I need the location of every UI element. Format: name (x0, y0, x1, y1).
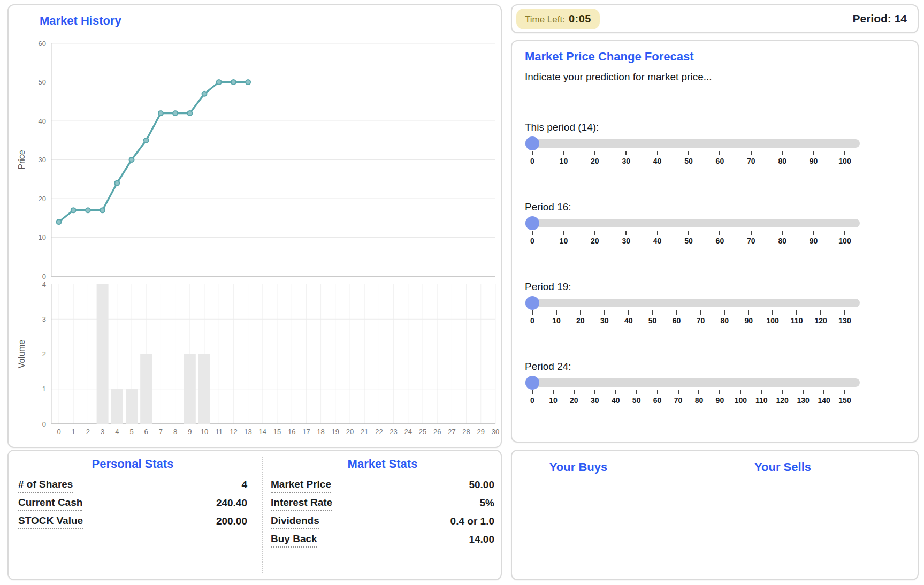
trading-experiment-screen: { "colors": { "accent_blue": "#2d5af4", … (0, 0, 924, 585)
stats-panel: Personal Stats # of Shares4Current Cash2… (7, 450, 502, 580)
personal-stats-rows: # of Shares4Current Cash240.40STOCK Valu… (18, 478, 247, 529)
slider-tick-mark (772, 310, 773, 315)
price-point (202, 92, 207, 96)
period-xtick-label: 22 (375, 428, 383, 436)
forecast-slider[interactable]: 0102030405060708090100110120130 (525, 299, 860, 325)
slider-tick-label: 0 (520, 237, 545, 245)
slider-tick-label: 120 (808, 316, 834, 325)
slider-tick-mark (657, 231, 658, 235)
price-ytick-label: 30 (39, 156, 46, 164)
forecast-sliders: This period (14):0102030405060708090100P… (525, 121, 905, 405)
slider-tick-label: 50 (640, 316, 666, 325)
slider-tick-label: 70 (738, 157, 764, 165)
slider-tick-mark (719, 390, 720, 394)
slider-tick-label: 20 (582, 157, 608, 165)
slider-tick-mark (532, 151, 533, 155)
period-xtick-label: 20 (346, 428, 354, 436)
stat-value: 50.00 (469, 478, 494, 491)
period-xtick-label: 16 (288, 428, 295, 436)
forecast-slider-track[interactable] (525, 299, 860, 307)
slider-tick-mark (844, 390, 845, 394)
slider-tick-mark (553, 390, 554, 394)
slider-tick-label: 80 (712, 316, 737, 325)
volume-bar (111, 389, 123, 424)
period-xtick-label: 30 (492, 428, 499, 436)
slider-tick-mark (782, 231, 783, 235)
stat-label: Market Price (271, 478, 331, 493)
volume-bar (198, 354, 210, 424)
forecast-slider-label: Period 19: (525, 281, 905, 293)
period-xtick-label: 24 (404, 428, 412, 436)
slider-tick-label: 90 (801, 157, 827, 165)
slider-tick-mark (751, 151, 752, 155)
price-point (231, 80, 236, 85)
price-ytick-label: 10 (39, 233, 46, 241)
top-bar-panel: Time Left: 0:05 Period: 14 (511, 4, 919, 33)
stat-value: 5% (480, 497, 494, 509)
slider-tick-mark (615, 390, 616, 394)
stat-value: 14.00 (469, 533, 494, 545)
slider-tick-label: 110 (784, 316, 810, 325)
slider-tick-mark (594, 231, 595, 235)
slider-tick-mark (782, 151, 783, 155)
forecast-slider-track[interactable] (525, 139, 860, 148)
market-stats-title: Market Stats (271, 457, 494, 471)
slider-tick-mark (761, 390, 762, 394)
forecast-slider-group: Period 24:010203040506070809010011012013… (525, 361, 905, 405)
period-xtick-label: 2 (86, 428, 90, 436)
slider-tick-mark (532, 390, 533, 394)
stat-row: Market Price50.00 (271, 478, 494, 493)
forecast-slider-thumb[interactable] (525, 216, 539, 230)
forecast-slider[interactable]: 0102030405060708090100 (525, 219, 860, 246)
forecast-slider-thumb[interactable] (525, 296, 539, 310)
slider-tick-label: 10 (544, 316, 569, 325)
forecast-slider-track[interactable] (525, 219, 860, 227)
slider-tick-mark (628, 310, 629, 315)
slider-tick-mark (751, 231, 752, 235)
stat-value: 240.40 (216, 497, 247, 509)
time-left-value: 0:05 (569, 13, 591, 25)
volume-bar (140, 354, 152, 424)
stat-value: 4 (241, 478, 247, 491)
forecast-slider[interactable]: 0102030405060708090100110120130140150 (525, 378, 860, 405)
forecast-slider-thumb[interactable] (525, 376, 539, 390)
forecast-slider-label: Period 24: (525, 361, 905, 373)
slider-tick-mark (844, 231, 845, 235)
slider-tick-mark (803, 390, 804, 394)
stat-row: Dividends0.4 or 1.0 (271, 515, 494, 529)
slider-tick-mark (532, 231, 533, 235)
forecast-slider-track[interactable] (525, 378, 860, 387)
stat-row: Current Cash240.40 (18, 497, 247, 511)
stat-label: Current Cash (18, 497, 82, 511)
forecast-slider[interactable]: 0102030405060708090100 (525, 139, 860, 166)
slider-tick-label: 50 (676, 237, 701, 245)
volume-bar (184, 354, 196, 424)
period-xtick-label: 5 (129, 428, 133, 436)
time-left-badge: Time Left: 0:05 (516, 9, 600, 29)
forecast-slider-thumb[interactable] (525, 136, 539, 150)
slider-tick-mark (625, 151, 627, 155)
stat-label: Buy Back (271, 533, 317, 548)
slider-tick-mark (823, 390, 824, 394)
slider-tick-mark (556, 310, 557, 315)
slider-tick-mark (698, 390, 699, 394)
personal-stats-column: Personal Stats # of Shares4Current Cash2… (9, 457, 262, 573)
slider-tick-mark (676, 310, 677, 315)
slider-tick-label: 90 (801, 237, 827, 245)
period-xtick-label: 17 (302, 428, 310, 436)
slider-tick-mark (594, 151, 595, 155)
period-xtick-label: 13 (244, 428, 251, 436)
slider-tick-label: 30 (592, 316, 617, 325)
slider-tick-label: 0 (520, 316, 545, 325)
slider-tick-mark (574, 390, 575, 394)
price-ytick-label: 50 (39, 78, 46, 86)
period-xtick-label: 28 (462, 428, 470, 436)
slider-tick-label: 60 (707, 157, 732, 165)
period-xtick-label: 19 (332, 428, 339, 436)
price-point (100, 208, 105, 212)
slider-tick-mark (652, 310, 653, 315)
slider-tick-mark (813, 231, 814, 235)
price-point (173, 111, 178, 116)
slider-tick-label: 100 (760, 316, 785, 325)
stat-row: STOCK Value200.00 (18, 515, 247, 529)
